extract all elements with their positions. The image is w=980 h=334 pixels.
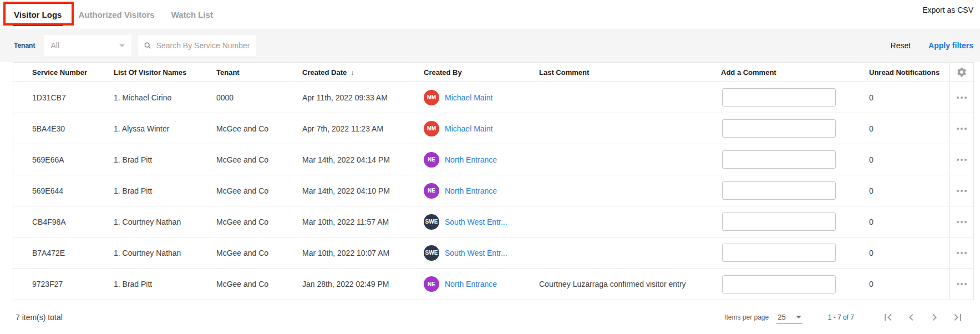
service-number-search[interactable] — [138, 35, 256, 56]
first-page-button[interactable] — [881, 310, 895, 325]
comment-input[interactable] — [722, 88, 836, 107]
col-header-last-comment[interactable]: Last Comment — [539, 68, 721, 77]
table-row: 1D31CB7 1. Michael Cirino 0000 Apr 11th,… — [13, 82, 973, 113]
tenant-cell: McGee and Co — [216, 280, 302, 289]
creator-link[interactable]: Michael Maint — [445, 93, 492, 102]
col-header-created-by[interactable]: Created By — [424, 68, 539, 77]
tenant-cell: McGee and Co — [216, 217, 302, 226]
tab-visitor-logs[interactable]: Visitor Logs — [14, 10, 62, 19]
visitor-names-cell: 1. Courtney Nathan — [114, 217, 216, 226]
previous-page-button[interactable] — [904, 310, 918, 325]
comment-input[interactable] — [722, 119, 836, 138]
last-page-button[interactable] — [951, 310, 965, 325]
row-actions-cell — [949, 175, 973, 206]
search-input[interactable] — [156, 41, 251, 50]
visitor-logs-table: Service Number List Of Visitor Names Ten… — [13, 62, 974, 300]
creator-avatar: NE — [424, 183, 439, 199]
comment-input[interactable] — [722, 150, 836, 169]
tab-watch-list[interactable]: Watch List — [171, 10, 213, 19]
creator-link[interactable]: North Entrance — [445, 186, 497, 195]
col-header-visitor-names[interactable]: List Of Visitor Names — [114, 68, 216, 77]
created-date-cell: Mar 14th, 2022 04:10 PM — [302, 186, 424, 195]
tenant-dropdown-value: All — [50, 41, 119, 50]
last-page-icon — [951, 311, 964, 324]
visitor-names-cell: 1. Alyssa Winter — [114, 124, 216, 133]
creator-link[interactable]: South West Entr... — [445, 249, 507, 257]
row-menu-button[interactable] — [953, 186, 970, 195]
unread-notifications-cell: 0 — [869, 217, 949, 226]
chevron-down-icon — [796, 316, 801, 318]
col-header-created-date[interactable]: Created Date ↓ — [302, 68, 424, 77]
service-number-cell: 5BA4E30 — [32, 124, 114, 133]
created-date-cell: Apr 11th, 2022 09:33 AM — [302, 93, 424, 102]
created-date-cell: Apr 7th, 2022 11:23 AM — [302, 124, 424, 133]
col-header-unread-notifications[interactable]: Unread Notifications — [869, 68, 949, 77]
visitor-names-cell: 1. Brad Pitt — [114, 155, 216, 164]
tab-authorized-visitors[interactable]: Authorized Visitors — [78, 10, 154, 19]
row-menu-button[interactable] — [953, 217, 970, 226]
reset-button[interactable]: Reset — [891, 41, 911, 50]
created-date-cell: Mar 10th, 2022 10:07 AM — [302, 249, 424, 257]
comment-input[interactable] — [722, 244, 836, 262]
creator-avatar: MM — [424, 121, 439, 136]
creator-link[interactable]: Michael Maint — [445, 124, 492, 133]
creator-link[interactable]: South West Entr... — [445, 217, 507, 226]
creator-avatar: NE — [424, 276, 439, 292]
row-actions-cell — [949, 113, 973, 144]
row-menu-button[interactable] — [953, 93, 970, 102]
comment-input[interactable] — [722, 212, 836, 231]
visitor-names-cell: 1. Courtney Nathan — [114, 249, 216, 257]
add-comment-cell — [721, 119, 869, 138]
creator-avatar: MM — [424, 90, 439, 105]
sort-descending-icon[interactable]: ↓ — [351, 68, 354, 77]
row-actions-cell — [949, 144, 973, 175]
unread-notifications-cell: 0 — [869, 280, 949, 289]
search-icon — [144, 41, 151, 50]
unread-notifications-cell: 0 — [869, 186, 949, 195]
col-header-tenant[interactable]: Tenant — [216, 68, 302, 77]
col-header-service-number[interactable]: Service Number — [32, 68, 114, 77]
service-number-cell: 569E644 — [32, 186, 114, 195]
tenant-dropdown[interactable]: All — [44, 35, 131, 56]
gear-icon[interactable] — [956, 67, 967, 78]
created-by-cell: SWE South West Entr... — [424, 245, 539, 261]
tenant-label: Tenant — [14, 42, 35, 49]
tab-bar: Visitor Logs Authorized Visitors Watch L… — [0, 0, 980, 29]
created-by-cell: NE North Entrance — [424, 183, 539, 199]
row-menu-button[interactable] — [953, 280, 970, 289]
export-csv-button[interactable]: Export as CSV — [922, 6, 973, 14]
col-header-add-comment: Add a Comment — [721, 68, 869, 77]
chevron-down-icon — [119, 44, 125, 47]
created-date-label: Created Date — [302, 68, 347, 77]
creator-link[interactable]: North Entrance — [445, 155, 497, 164]
row-menu-button[interactable] — [953, 124, 970, 133]
comment-input[interactable] — [722, 275, 836, 293]
items-per-page-select[interactable]: 25 — [776, 311, 802, 324]
row-actions-cell — [949, 206, 973, 237]
row-menu-button[interactable] — [953, 155, 970, 164]
created-date-cell: Jan 28th, 2022 02:49 PM — [302, 280, 424, 289]
comment-input[interactable] — [722, 181, 836, 200]
creator-avatar: SWE — [424, 214, 439, 230]
apply-filters-button[interactable]: Apply filters — [928, 41, 973, 50]
add-comment-cell — [721, 88, 869, 107]
unread-notifications-cell: 0 — [869, 124, 949, 133]
created-by-cell: NE North Entrance — [424, 152, 539, 168]
add-comment-cell — [721, 244, 869, 262]
next-page-button[interactable] — [927, 310, 942, 325]
created-by-cell: MM Michael Maint — [424, 90, 539, 105]
add-comment-cell — [721, 150, 869, 169]
chevron-right-icon — [928, 311, 941, 324]
unread-notifications-cell: 0 — [869, 249, 949, 257]
table-row: 569E644 1. Brad Pitt McGee and Co Mar 14… — [13, 175, 973, 206]
last-comment-cell: Courtney Luzarraga confirmed visitor ent… — [539, 280, 721, 289]
row-menu-button[interactable] — [953, 249, 970, 257]
table-header-row: Service Number List Of Visitor Names Ten… — [13, 63, 973, 82]
created-date-cell: Mar 14th, 2022 04:14 PM — [302, 155, 424, 164]
first-page-icon — [881, 311, 895, 324]
created-by-cell: NE North Entrance — [424, 276, 539, 292]
creator-link[interactable]: North Entrance — [445, 280, 497, 289]
table-body: 1D31CB7 1. Michael Cirino 0000 Apr 11th,… — [13, 82, 973, 300]
creator-avatar: NE — [424, 152, 439, 168]
service-number-cell: 569E66A — [32, 155, 114, 164]
